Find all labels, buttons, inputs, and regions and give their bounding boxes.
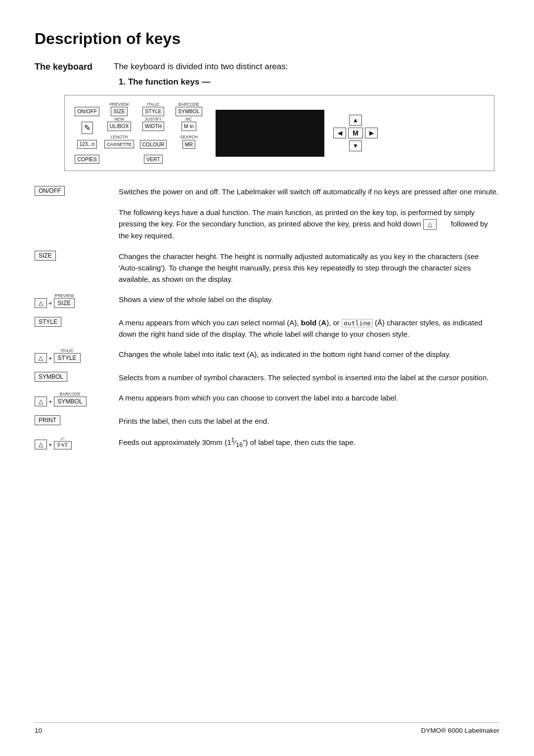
- entry-onoff-text: Switches the power on and off. The Label…: [119, 186, 499, 197]
- key-min-above: MC: [185, 117, 192, 122]
- key-label-symbol[interactable]: SYMBOL: [35, 372, 67, 382]
- section-intro-keyboard: The keyboard is divided into two distinc…: [114, 62, 288, 72]
- key-size-cell: PREVIEW SIZE: [103, 102, 135, 116]
- delta-key-feed[interactable]: △: [35, 440, 47, 449]
- keyboard-diagram: ON/OFF PREVIEW SIZE ITALIC STYLE BARCODE…: [64, 95, 494, 171]
- style-cell-italic: ITALIC STYLE: [54, 349, 81, 363]
- size-key-preview[interactable]: SIZE: [54, 298, 75, 308]
- key-symbol-above: BARCODE: [178, 102, 199, 107]
- page-number: 10: [35, 727, 42, 734]
- key-empty1-cell: [103, 150, 135, 164]
- key-width-above: JUSTIFY: [145, 117, 162, 122]
- combo-barcode-symbol: △ + BARCODE SYMBOL: [35, 392, 87, 406]
- key-label-print[interactable]: PRINT: [35, 415, 60, 425]
- key-min[interactable]: M in: [181, 122, 196, 131]
- delta-key-inline[interactable]: △: [423, 219, 437, 230]
- key-width[interactable]: WIDTH: [142, 122, 164, 131]
- key-style[interactable]: STYLE: [142, 107, 164, 116]
- page-title: Description of keys: [35, 30, 499, 48]
- entry-symbol-key-col: SYMBOL: [35, 372, 119, 382]
- nav-down-arrow[interactable]: ▼: [349, 140, 362, 151]
- key-symbol[interactable]: SYMBOL: [176, 107, 202, 116]
- entry-symbol: SYMBOL Selects from a number of symbol c…: [35, 372, 499, 383]
- key-cassette-above: LENGTH: [111, 135, 128, 139]
- entry-onoff: ON/OFF Switches the power on and off. Th…: [35, 186, 499, 197]
- delta-key-preview[interactable]: △: [35, 298, 47, 308]
- nav-m-button[interactable]: M: [348, 128, 363, 138]
- key-empty2-cell: [171, 150, 207, 164]
- entry-style-key-col: STYLE: [35, 317, 119, 327]
- entry-print-key-col: PRINT: [35, 415, 119, 425]
- delta-cell-feed: △: [35, 436, 47, 450]
- entry-size-text: Changes the character height. The height…: [119, 251, 499, 285]
- barcode-label-above: BARCODE: [60, 392, 81, 397]
- nav-left-arrow[interactable]: ◀: [333, 128, 346, 138]
- entry-print: PRINT Prints the label, then cuts the la…: [35, 415, 499, 427]
- key-123n-cell: 123...n: [73, 135, 101, 149]
- entry-feed-cut-key-col: △ + >° F✎T: [35, 436, 119, 450]
- key-label-onoff[interactable]: ON/OFF: [35, 186, 65, 196]
- key-cassette-cell: LENGTH CASSETTE: [103, 135, 135, 149]
- key-copies-above: [87, 150, 88, 154]
- key-size[interactable]: SIZE: [111, 107, 127, 116]
- entry-barcode-symbol-text: A menu appears from which you can choose…: [119, 392, 499, 403]
- delta-key-italic[interactable]: △: [35, 353, 47, 363]
- key-onoff-cell: ON/OFF: [73, 102, 101, 116]
- bold-a: A: [321, 318, 326, 327]
- key-print-cell: ✎: [73, 117, 101, 134]
- entry-feed-cut-text: Feeds out approximately 30mm (11⁄16") of…: [119, 436, 499, 450]
- keyboard-display: [216, 110, 324, 157]
- key-mr[interactable]: MR: [182, 140, 195, 149]
- nav-cluster: ▲ ◀ M ▶ ▼: [333, 115, 378, 151]
- delta-cell-preview: △: [35, 294, 47, 308]
- key-style-above: ITALIC: [147, 102, 160, 107]
- key-colour-above: [153, 135, 154, 139]
- delta-key-barcode[interactable]: △: [35, 397, 47, 406]
- key-print[interactable]: ✎: [82, 122, 93, 134]
- key-colour-cell: COLOUR: [137, 135, 170, 149]
- entry-italic-style-text: Changes the whole label into italic text…: [119, 349, 499, 360]
- key-onoff[interactable]: ON/OFF: [75, 107, 99, 116]
- key-copies-cell: COPIES: [73, 150, 101, 164]
- key-style-cell: ITALIC STYLE: [137, 102, 170, 116]
- feed-label-above: >°: [61, 437, 65, 442]
- plus-preview: +: [48, 300, 52, 307]
- entry-symbol-text: Selects from a number of symbol characte…: [119, 372, 499, 383]
- feed-key-cell: >° F✎T: [54, 437, 72, 450]
- nav-up-arrow[interactable]: ▲: [349, 115, 362, 126]
- style-key-italic[interactable]: STYLE: [54, 353, 81, 363]
- nav-right-arrow[interactable]: ▶: [365, 128, 378, 138]
- key-ulbox[interactable]: UL/BOX: [107, 122, 132, 131]
- key-copies[interactable]: COPIES: [75, 155, 99, 164]
- entry-italic-style-key-col: △ + ITALIC STYLE: [35, 349, 119, 363]
- key-label-style[interactable]: STYLE: [35, 317, 61, 327]
- section-label-keyboard: The keyboard: [35, 62, 114, 72]
- key-label-size[interactable]: SIZE: [35, 251, 56, 261]
- key-colour[interactable]: COLOUR: [140, 140, 167, 149]
- entry-barcode-symbol-key-col: △ + BARCODE SYMBOL: [35, 392, 119, 406]
- key-width-cell: JUSTIFY WIDTH: [137, 117, 170, 134]
- entry-preview-size-key-col: △ + PREVIEW SIZE: [35, 294, 119, 308]
- key-symbol-cell: BARCODE SYMBOL: [171, 102, 207, 116]
- key-print-above: [87, 117, 88, 122]
- key-size-above: PREVIEW: [109, 102, 129, 107]
- symbol-key-barcode[interactable]: SYMBOL: [54, 397, 87, 406]
- key-mr-above: SEARCH: [180, 135, 197, 139]
- brand-label: DYMO® 6000 Labelmaker: [421, 727, 499, 734]
- combo-feed-cut: △ + >° F✎T: [35, 436, 72, 450]
- key-vert[interactable]: VERT: [144, 155, 163, 164]
- entry-barcode-symbol: △ + BARCODE SYMBOL A menu appears from w…: [35, 392, 499, 406]
- plus-italic: +: [48, 355, 52, 362]
- key-mr-cell: SEARCH MR: [171, 135, 207, 149]
- combo-preview-size: △ + PREVIEW SIZE: [35, 294, 75, 308]
- plus-feed: +: [48, 441, 52, 448]
- entry-dual-text: The following keys have a dual function.…: [119, 207, 499, 242]
- keys-grid: ON/OFF PREVIEW SIZE ITALIC STYLE BARCODE…: [73, 102, 207, 164]
- key-cassette[interactable]: CASSETTE: [104, 140, 134, 148]
- size-cell-preview: PREVIEW SIZE: [54, 294, 75, 308]
- bold-text: bold: [301, 318, 317, 327]
- key-123n[interactable]: 123...n: [77, 140, 97, 149]
- feed-key[interactable]: F✎T: [54, 441, 72, 449]
- entry-print-text: Prints the label, then cuts the label at…: [119, 415, 499, 427]
- italic-label-above: ITALIC: [61, 349, 74, 353]
